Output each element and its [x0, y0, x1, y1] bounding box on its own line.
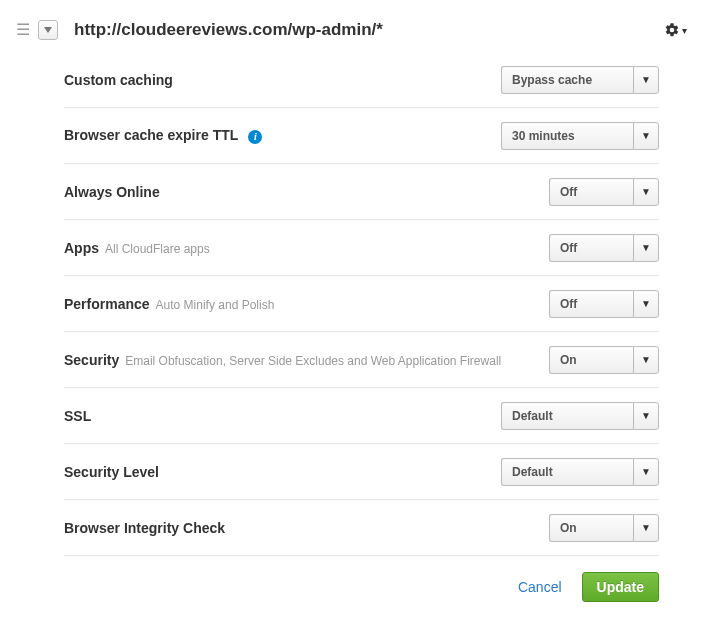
cancel-button[interactable]: Cancel — [518, 579, 562, 595]
row-select[interactable]: Default▼ — [501, 402, 659, 430]
select-value: Off — [549, 178, 633, 206]
row-label: Performance — [64, 296, 150, 312]
chevron-down-icon: ▼ — [633, 66, 659, 94]
chevron-down-icon: ▼ — [633, 290, 659, 318]
select-value: 30 minutes — [501, 122, 633, 150]
settings-row: PerformanceAuto Minify and PolishOff▼ — [64, 276, 659, 332]
row-label-cell: Browser Integrity Check — [64, 520, 549, 536]
chevron-down-icon: ▼ — [633, 402, 659, 430]
row-label: Custom caching — [64, 72, 173, 88]
select-value: Off — [549, 234, 633, 262]
select-value: Default — [501, 402, 633, 430]
chevron-down-icon: ▼ — [633, 458, 659, 486]
settings-row: SecurityEmail Obfuscation, Server Side E… — [64, 332, 659, 388]
page-url: http://cloudeereviews.com/wp-admin/* — [74, 20, 664, 40]
row-label-cell: SecurityEmail Obfuscation, Server Side E… — [64, 352, 549, 368]
row-label: Browser cache expire TTL — [64, 127, 238, 143]
chevron-down-icon: ▼ — [633, 346, 659, 374]
settings-row: Custom cachingBypass cache▼ — [64, 52, 659, 108]
row-sublabel: Email Obfuscation, Server Side Excludes … — [125, 354, 501, 368]
settings-panel: Custom cachingBypass cache▼Browser cache… — [0, 52, 707, 556]
chevron-down-icon: ▼ — [633, 122, 659, 150]
select-value: Default — [501, 458, 633, 486]
row-select[interactable]: Bypass cache▼ — [501, 66, 659, 94]
settings-row: Browser cache expire TTLi30 minutes▼ — [64, 108, 659, 164]
select-value: On — [549, 514, 633, 542]
info-icon[interactable]: i — [248, 130, 262, 144]
row-label: Security — [64, 352, 119, 368]
row-select[interactable]: Off▼ — [549, 234, 659, 262]
settings-row: Always OnlineOff▼ — [64, 164, 659, 220]
header-dropdown[interactable] — [38, 20, 58, 40]
select-value: On — [549, 346, 633, 374]
footer: Cancel Update — [0, 556, 707, 602]
gear-icon — [664, 22, 680, 38]
chevron-down-icon: ▼ — [633, 514, 659, 542]
row-label-cell: SSL — [64, 408, 501, 424]
row-label-cell: Security Level — [64, 464, 501, 480]
row-sublabel: Auto Minify and Polish — [156, 298, 275, 312]
chevron-down-icon: ▼ — [633, 234, 659, 262]
row-label: SSL — [64, 408, 91, 424]
row-select[interactable]: On▼ — [549, 346, 659, 374]
chevron-down-icon: ▾ — [682, 25, 687, 36]
gear-menu[interactable]: ▾ — [664, 22, 687, 38]
settings-row: Security LevelDefault▼ — [64, 444, 659, 500]
chevron-down-icon: ▼ — [633, 178, 659, 206]
settings-row: AppsAll CloudFlare appsOff▼ — [64, 220, 659, 276]
row-label: Apps — [64, 240, 99, 256]
update-button[interactable]: Update — [582, 572, 659, 602]
row-sublabel: All CloudFlare apps — [105, 242, 210, 256]
settings-row: Browser Integrity CheckOn▼ — [64, 500, 659, 556]
row-select[interactable]: Off▼ — [549, 290, 659, 318]
row-label: Browser Integrity Check — [64, 520, 225, 536]
row-label-cell: Always Online — [64, 184, 549, 200]
row-label: Always Online — [64, 184, 160, 200]
row-select[interactable]: On▼ — [549, 514, 659, 542]
row-select[interactable]: Default▼ — [501, 458, 659, 486]
row-label: Security Level — [64, 464, 159, 480]
menu-icon[interactable]: ☰ — [16, 22, 30, 38]
row-select[interactable]: 30 minutes▼ — [501, 122, 659, 150]
row-label-cell: PerformanceAuto Minify and Polish — [64, 296, 549, 312]
row-select[interactable]: Off▼ — [549, 178, 659, 206]
row-label-cell: Browser cache expire TTLi — [64, 127, 501, 144]
select-value: Bypass cache — [501, 66, 633, 94]
settings-row: SSLDefault▼ — [64, 388, 659, 444]
header: ☰ http://cloudeereviews.com/wp-admin/* ▾ — [0, 0, 707, 52]
row-label-cell: AppsAll CloudFlare apps — [64, 240, 549, 256]
select-value: Off — [549, 290, 633, 318]
row-label-cell: Custom caching — [64, 72, 501, 88]
